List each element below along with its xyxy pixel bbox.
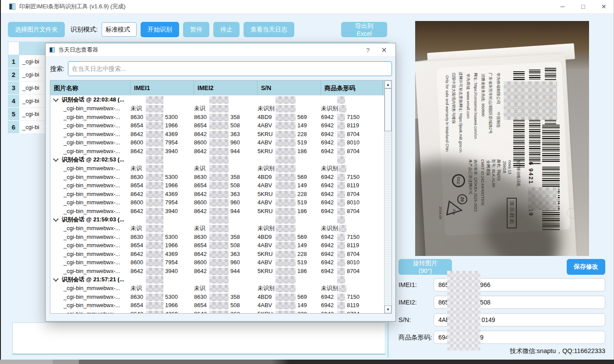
column-header-1[interactable]: 图片名称: [50, 80, 131, 95]
log-row[interactable]: _cgi-bin_mmwebwx-...8654196686545084ABV1…: [50, 121, 384, 130]
cell-value-suffix: 186: [297, 148, 307, 154]
session-label-cell: 识别会话 @ 21:59:03 (...: [50, 215, 131, 224]
log-row[interactable]: _cgi-bin_mmwebwx-...8642436986423635KRU2…: [50, 310, 384, 314]
cell-value-prefix: 8642: [194, 190, 209, 199]
chevron-down-icon[interactable]: [53, 216, 59, 222]
cell-value-suffix: 519: [297, 199, 307, 206]
log-row[interactable]: _cgi-bin_mmwebwx-...8654196686545084ABV1…: [50, 181, 384, 190]
view-log-button[interactable]: 查看当天日志: [243, 22, 294, 37]
privacy-censor-block: [275, 276, 296, 284]
privacy-censor-block: [209, 276, 229, 284]
image-name-cell: _cgi-bin_mmwebwx-...: [50, 173, 131, 182]
chevron-down-icon[interactable]: [53, 96, 59, 102]
log-row[interactable]: _cgi-bin_mmwebwx-...8630530086303584BD95…: [50, 293, 384, 301]
dialog-close-button[interactable]: ✕: [374, 46, 394, 54]
label-spec-line: 256GB: [502, 161, 507, 173]
cell-value-suffix: 7150: [347, 114, 360, 120]
cell-value-suffix: 4369: [165, 191, 178, 197]
session-group-row[interactable]: 识别会话 @ 22:03:48 (...: [50, 95, 384, 104]
dialog-help-button[interactable]: ?: [361, 46, 374, 54]
select-folder-button[interactable]: 选择图片文件夹: [8, 22, 65, 37]
maximize-button[interactable]: □: [573, 0, 593, 13]
log-value-cell: 69427150: [321, 113, 383, 122]
log-value-cell: 未识别: [258, 284, 321, 293]
log-row[interactable]: _cgi-bin_mmwebwx-...8642394086429445KRU1…: [50, 267, 384, 276]
pause-button[interactable]: 暂停: [183, 22, 209, 37]
log-row[interactable]: _cgi-bin_mmwebwx-...8630530086303584BD95…: [50, 173, 384, 182]
column-header-3[interactable]: IMEI2: [194, 80, 258, 95]
log-row[interactable]: _cgi-bin_mmwebwx-...8600795486009604ABV5…: [50, 198, 384, 207]
log-value-cell: 未识别: [321, 164, 383, 173]
log-row[interactable]: _cgi-bin_mmwebwx-...未识未识未识别未识别: [50, 164, 384, 173]
log-row[interactable]: _cgi-bin_mmwebwx-...未识未识未识别未识别: [50, 224, 384, 233]
privacy-censor-strip: [447, 271, 480, 350]
cell-value-suffix: 8119: [347, 122, 359, 129]
column-header-2[interactable]: IMEI1: [131, 80, 194, 95]
mode-select[interactable]: 标准模式: [102, 22, 137, 37]
log-row[interactable]: _cgi-bin_mmwebwx-...8654196686545084ABV1…: [50, 301, 384, 310]
log-row[interactable]: _cgi-bin_mmwebwx-...8642394086429445KRU1…: [50, 207, 384, 216]
chevron-down-icon[interactable]: [53, 156, 59, 162]
log-row[interactable]: _cgi-bin_mmwebwx-...8642394086429445KRU1…: [50, 147, 384, 156]
log-value-cell: 69428010: [321, 258, 383, 267]
image-name-cell: _cgi-bin_mmwebwx-...: [50, 224, 131, 233]
cell-value-suffix: 7150: [347, 174, 360, 180]
column-header-4[interactable]: S/N: [258, 80, 321, 95]
log-row[interactable]: _cgi-bin_mmwebwx-...未识未识未识别未识别: [50, 104, 384, 113]
log-row[interactable]: _cgi-bin_mmwebwx-...8600795486009604ABV5…: [50, 138, 384, 147]
cell-value-suffix: 5300: [165, 234, 178, 240]
cell-value-prefix: 8654: [194, 181, 209, 190]
scroll-down-button[interactable]: ▼: [385, 305, 392, 313]
image-name-cell: _cgi-bin_mmwebwx-...: [50, 267, 131, 276]
log-row[interactable]: _cgi-bin_mmwebwx-...8600795486009604ABV5…: [50, 258, 384, 267]
field-label: IMEI1:: [399, 281, 434, 288]
taskbar-strip: [0, 360, 614, 364]
cell-value-prefix: 8600: [131, 258, 145, 267]
privacy-censor-block: [209, 114, 229, 121]
minimize-button[interactable]: ─: [552, 0, 573, 13]
dialog-icon: [49, 47, 55, 52]
cell-value-suffix: 7954: [165, 199, 178, 206]
scrollbar-thumb[interactable]: [385, 88, 392, 131]
row-number: 3: [8, 81, 19, 94]
log-row[interactable]: _cgi-bin_mmwebwx-...8642436986423635KRU2…: [50, 250, 384, 259]
chevron-down-icon[interactable]: [53, 276, 59, 282]
session-group-row[interactable]: 识别会话 @ 21:59:03 (...: [50, 215, 384, 224]
scrollbar[interactable]: ▲ ▼: [384, 80, 392, 313]
stop-button[interactable]: 停止: [213, 22, 240, 37]
export-excel-button[interactable]: 导出到Excel: [341, 22, 387, 37]
log-row[interactable]: _cgi-bin_mmwebwx-...8630530086303584BD95…: [50, 113, 384, 122]
cell-value-suffix: 8704: [347, 311, 360, 314]
log-row[interactable]: _cgi-bin_mmwebwx-...8630530086303584BD95…: [50, 233, 384, 242]
field-row-3: S/N:4AB0149: [399, 313, 605, 326]
log-value-cell: 69428119: [321, 181, 383, 190]
close-button[interactable]: ✕: [593, 0, 614, 13]
log-row[interactable]: _cgi-bin_mmwebwx-...未识未识未识别未识别: [50, 284, 384, 293]
session-group-row[interactable]: 识别会话 @ 22:02:53 (...: [50, 155, 384, 164]
cell-value-suffix: 7954: [165, 259, 178, 266]
session-group-row[interactable]: 识别会话 @ 21:57:21 (...: [50, 275, 384, 284]
log-row[interactable]: _cgi-bin_mmwebwx-...8642436986423635KRU2…: [50, 130, 384, 139]
log-value-cell: 86424369: [131, 190, 194, 199]
image-name-cell: _cgi-bin_mmwebwx-...: [50, 284, 131, 293]
log-row[interactable]: _cgi-bin_mmwebwx-...8654196686545084ABV1…: [50, 241, 384, 250]
cell-value-prefix: 4ABV: [258, 258, 275, 267]
privacy-censor-block: [209, 234, 229, 241]
column-header-5[interactable]: 商品条形码: [321, 80, 383, 95]
start-recognition-button[interactable]: 开始识别: [141, 22, 179, 37]
log-value-cell: 8642944: [194, 267, 258, 276]
log-value-cell: 未识: [194, 164, 258, 173]
image-name-cell: _cgi-bin_mmwebwx-...: [50, 258, 131, 267]
cell-value-suffix: 5300: [165, 294, 178, 300]
privacy-censor-block: [337, 294, 345, 301]
save-changes-button[interactable]: 保存修改: [567, 259, 605, 275]
search-input[interactable]: [68, 61, 392, 76]
session-label: 识别会话 @ 21:59:03 (...: [62, 215, 124, 224]
log-row[interactable]: _cgi-bin_mmwebwx-...8642436986423635KRU2…: [50, 190, 384, 199]
scroll-up-button[interactable]: ▲: [385, 80, 392, 88]
privacy-censor-block: [146, 216, 163, 224]
log-value-cell: 未识别: [258, 164, 321, 173]
rotate-image-button[interactable]: 旋转图片 (90°): [399, 259, 452, 275]
cell-value-prefix: 4ABV: [258, 181, 275, 190]
cell-value-prefix: 未识: [131, 164, 145, 173]
